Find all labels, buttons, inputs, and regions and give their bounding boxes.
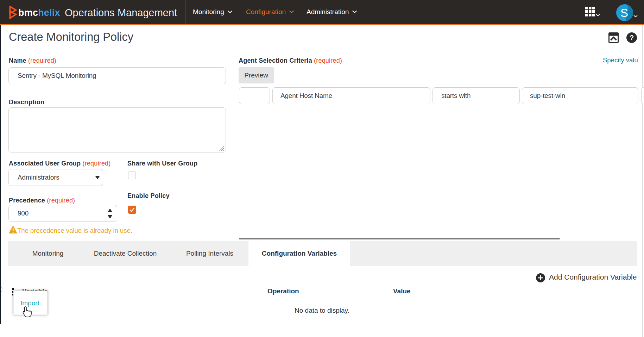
svg-text:?: ? (630, 34, 634, 42)
svg-text:S: S (620, 6, 628, 19)
